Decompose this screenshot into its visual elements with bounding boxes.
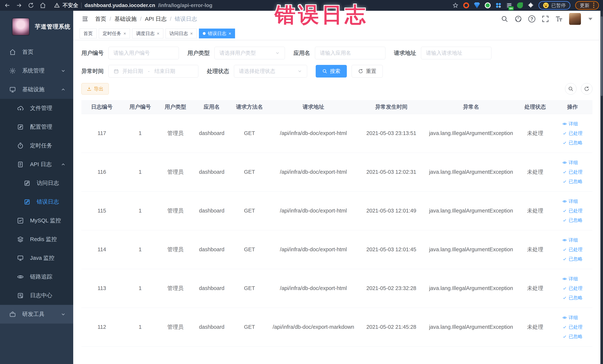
request-url-input[interactable] (421, 47, 491, 59)
sidebar-item-redis-monitor[interactable]: Redis 监控 (0, 230, 73, 249)
sidebar-item-trace[interactable]: 链路追踪 (0, 267, 73, 286)
date-start-placeholder: 开始日期 (122, 68, 143, 75)
close-icon[interactable]: × (190, 31, 193, 36)
cell-exception-name: java.lang.IllegalArgumentException (424, 114, 518, 153)
extension-icon[interactable] (474, 2, 480, 8)
error-log-table: 日志编号 用户编号 用户类型 应用名 请求方法名 请求地址 异常发生时间 异常名… (81, 100, 592, 347)
detail-link[interactable]: 详细 (562, 237, 578, 243)
mark-processed-link[interactable]: 已处理 (562, 285, 582, 291)
detail-link[interactable]: 详细 (562, 159, 578, 165)
extension-icon[interactable] (463, 2, 469, 8)
sidebar-item-scheduled-tasks[interactable]: 定时任务 (0, 136, 73, 155)
extension-icon[interactable] (517, 2, 523, 8)
sidebar-item-config-management[interactable]: 配置管理 (0, 117, 73, 136)
search-button-label: 搜索 (330, 68, 340, 75)
mark-processed-link[interactable]: 已处理 (562, 130, 582, 136)
toggle-search-button[interactable] (565, 83, 577, 94)
sidebar-item-file-management[interactable]: 文件管理 (0, 99, 73, 117)
mark-ignored-link[interactable]: 已忽略 (562, 178, 582, 185)
check-icon (562, 286, 567, 291)
export-button[interactable]: 导出 (81, 83, 109, 94)
page-scrollbar[interactable] (600, 11, 603, 364)
mark-processed-link[interactable]: 已处理 (562, 324, 582, 330)
cell-user-type: 管理员 (158, 308, 193, 346)
cell-status: 未处理 (518, 308, 552, 346)
tab-schedule-log[interactable]: 调度日志× (132, 29, 163, 38)
sidebar-item-java-monitor[interactable]: Java 监控 (0, 249, 73, 267)
address-bar[interactable]: 不安全 dashboard.yudao.iocoder.cn/infra/log… (54, 2, 212, 9)
mark-ignored-link[interactable]: 已忽略 (562, 217, 582, 223)
breadcrumb-item[interactable]: 首页 (95, 15, 106, 23)
sidebar-item-api-log[interactable]: API 日志 (0, 155, 73, 174)
reload-icon[interactable] (28, 2, 34, 9)
sidebar-item-label: Java 监控 (30, 254, 55, 262)
mark-processed-link[interactable]: 已处理 (562, 169, 582, 175)
sidebar-item-log-center[interactable]: 日志中心 (0, 286, 73, 305)
home-icon[interactable] (40, 2, 46, 9)
mark-processed-link[interactable]: 已处理 (562, 247, 582, 253)
browser-menu-icon[interactable] (593, 3, 594, 8)
breadcrumb-item[interactable]: API 日志 (145, 15, 167, 23)
user-type-select[interactable]: 请选择用户类型 (214, 47, 285, 59)
app-name-field[interactable] (320, 50, 380, 56)
tab-access-log[interactable]: 访问日志× (165, 29, 197, 38)
tab-home[interactable]: 首页 (80, 29, 97, 38)
extensions-puzzle-icon[interactable] (528, 2, 534, 8)
sidebar-item-label: Redis 监控 (30, 235, 57, 243)
font-size-icon[interactable] (555, 15, 563, 23)
paused-extension-badge[interactable]: 已暂停 (538, 1, 570, 10)
avatar-caret-down-icon[interactable] (588, 18, 592, 20)
mark-ignored-link[interactable]: 已忽略 (562, 333, 582, 340)
help-icon[interactable]: ? (528, 15, 535, 23)
app-name-input[interactable] (315, 47, 385, 59)
close-icon[interactable]: × (229, 31, 231, 36)
forward-icon[interactable] (16, 2, 22, 9)
security-warning-icon[interactable] (54, 3, 60, 8)
sidebar-item-home[interactable]: 首页 (0, 43, 73, 61)
tab-scheduled-tasks[interactable]: 定时任务× (99, 29, 130, 38)
close-icon[interactable]: × (123, 31, 126, 36)
reset-button[interactable]: 重置 (352, 65, 383, 78)
user-id-field[interactable] (114, 50, 174, 56)
search-icon[interactable] (501, 15, 508, 23)
sidebar-item-access-log[interactable]: 访问日志 (0, 174, 73, 192)
close-icon[interactable]: × (157, 31, 159, 36)
detail-link[interactable]: 详细 (562, 315, 578, 321)
github-icon[interactable] (515, 15, 522, 23)
fullscreen-icon[interactable] (542, 15, 549, 23)
breadcrumb-item[interactable]: 基础设施 (114, 15, 137, 23)
browser-update-button[interactable]: 更新 (575, 1, 599, 10)
process-status-select[interactable]: 请选择处理状态 (234, 65, 307, 78)
sidebar-item-infrastructure[interactable]: 基础设施 (0, 80, 73, 99)
tab-error-log[interactable]: 错误日志× (199, 29, 235, 38)
bookmark-star-icon[interactable] (452, 2, 458, 8)
extension-icon[interactable] (496, 2, 501, 8)
mark-ignored-link[interactable]: 已忽略 (562, 295, 582, 301)
detail-link[interactable]: 详细 (562, 198, 578, 204)
request-url-field[interactable] (426, 50, 487, 56)
mark-ignored-link[interactable]: 已忽略 (562, 140, 582, 146)
check-icon (562, 209, 567, 213)
app-logo-row[interactable]: 芋道管理系统 (0, 11, 73, 43)
cell-request-url: /api/infra/db-doc/export-markdown (268, 308, 358, 346)
back-icon[interactable] (4, 2, 10, 9)
search-button[interactable]: 搜索 (316, 65, 347, 78)
scrollbar-thumb[interactable] (601, 16, 603, 96)
date-range-picker[interactable]: 开始日期 - 结束日期 (108, 65, 198, 78)
mark-processed-link[interactable]: 已处理 (562, 208, 582, 214)
collapse-sidebar-icon[interactable] (81, 15, 89, 23)
user-avatar[interactable] (569, 13, 581, 25)
user-id-input[interactable] (108, 47, 179, 59)
extension-icon[interactable]: on (506, 2, 512, 8)
extension-icon[interactable] (485, 2, 491, 8)
refresh-table-button[interactable] (581, 83, 592, 94)
mark-ignored-link[interactable]: 已忽略 (562, 256, 582, 262)
detail-link[interactable]: 详细 (562, 276, 578, 282)
sidebar-item-mysql-monitor[interactable]: MySQL 监控 (0, 211, 73, 230)
sidebar-item-system[interactable]: 系统管理 (0, 61, 73, 80)
sidebar-item-error-log[interactable]: 错误日志 (0, 192, 73, 211)
sidebar-item-label: 系统管理 (22, 67, 45, 75)
detail-link[interactable]: 详细 (562, 121, 578, 127)
sidebar-item-dev-tools[interactable]: 研发工具 (0, 305, 73, 324)
eye-icon (562, 122, 567, 126)
